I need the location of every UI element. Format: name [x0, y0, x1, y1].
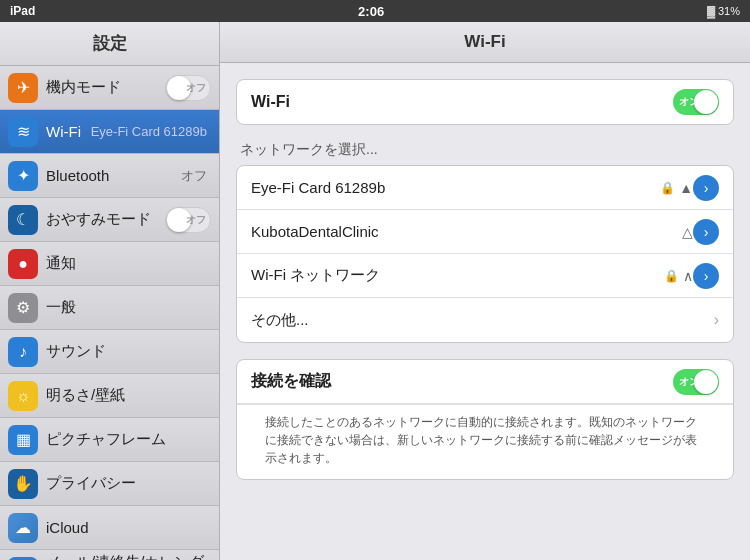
status-bar: iPad 2:06 ▓ 31% — [0, 0, 750, 22]
network-name-eyefi: Eye-Fi Card 61289b — [251, 179, 660, 196]
network-icons-wifi-network: 🔒∧ — [664, 268, 693, 284]
status-right: ▓ 31% — [707, 5, 740, 17]
donotdisturb-label: おやすみモード — [46, 210, 165, 229]
ask-join-toggle[interactable]: オン — [673, 369, 719, 395]
network-row-kubota[interactable]: KubotaDentalClinic△› — [237, 210, 733, 254]
wifi-label: Wi-Fi — [46, 123, 91, 140]
sound-icon: ♪ — [8, 337, 38, 367]
wifi-toggle-card: Wi-Fi オン — [236, 79, 734, 125]
general-label: 一般 — [46, 298, 211, 317]
status-time: 2:06 — [358, 4, 384, 19]
sidebar-item-pictureframe[interactable]: ▦ピクチャフレーム — [0, 418, 219, 462]
sidebar-item-notifications[interactable]: ●通知 — [0, 242, 219, 286]
bluetooth-icon: ✦ — [8, 161, 38, 191]
wifi-toggle[interactable]: オン — [673, 89, 719, 115]
network-row-other[interactable]: その他...› — [237, 298, 733, 342]
lock-icon: 🔒 — [660, 181, 675, 195]
sidebar-item-general[interactable]: ⚙一般 — [0, 286, 219, 330]
content-area: Wi-Fi Wi-Fi オン ネットワークを選択... Eye-Fi — [220, 22, 750, 560]
sidebar-item-bluetooth[interactable]: ✦Bluetoothオフ — [0, 154, 219, 198]
wifi-value: Eye-Fi Card 61289b — [91, 124, 207, 139]
lock-icon: 🔒 — [664, 269, 679, 283]
airplane-label: 機内モード — [46, 78, 165, 97]
privacy-icon: ✋ — [8, 469, 38, 499]
network-list: Eye-Fi Card 61289b🔒▲›KubotaDentalClinic△… — [236, 165, 734, 343]
notifications-icon: ● — [8, 249, 38, 279]
wifi-label: Wi-Fi — [251, 93, 673, 111]
network-icons-kubota: △ — [682, 224, 693, 240]
icloud-icon: ☁ — [8, 513, 38, 543]
content-body: Wi-Fi オン ネットワークを選択... Eye-Fi Card 61289b… — [220, 63, 750, 512]
privacy-label: プライバシー — [46, 474, 211, 493]
sidebar-item-wifi[interactable]: ≋Wi-FiEye-Fi Card 61289b — [0, 110, 219, 154]
wifi-icon: ≋ — [8, 117, 38, 147]
ask-join-toggle-label: オン — [679, 375, 699, 389]
wifi-signal-icon: △ — [682, 224, 693, 240]
airplane-toggle-label: オフ — [186, 81, 206, 95]
ask-join-card: 接続を確認 オン 接続したことのあるネットワークに自動的に接続されます。既知のネ… — [236, 359, 734, 480]
donotdisturb-toggle[interactable]: オフ — [165, 207, 211, 233]
brightness-label: 明るさ/壁紙 — [46, 386, 211, 405]
network-section: ネットワークを選択... Eye-Fi Card 61289b🔒▲›Kubota… — [236, 141, 734, 343]
wifi-signal-icon: ▲ — [679, 180, 693, 196]
status-device: iPad — [10, 4, 35, 18]
ask-join-row: 接続を確認 オン — [237, 360, 733, 404]
wifi-toggle-label: オン — [679, 95, 699, 109]
ask-join-section: 接続を確認 オン 接続したことのあるネットワークに自動的に接続されます。既知のネ… — [236, 359, 734, 480]
sound-label: サウンド — [46, 342, 211, 361]
sidebar: 設定 ✈機内モードオフ≋Wi-FiEye-Fi Card 61289b✦Blue… — [0, 22, 220, 560]
pictureframe-icon: ▦ — [8, 425, 38, 455]
sidebar-item-icloud[interactable]: ☁iCloud — [0, 506, 219, 550]
network-name-kubota: KubotaDentalClinic — [251, 223, 682, 240]
bluetooth-label: Bluetooth — [46, 167, 181, 184]
network-detail-wifi-network[interactable]: › — [693, 263, 719, 289]
ask-join-description-row: 接続したことのあるネットワークに自動的に接続されます。既知のネットワークに接続で… — [237, 404, 733, 479]
wifi-toggle-section: Wi-Fi オン — [236, 79, 734, 125]
airplane-toggle[interactable]: オフ — [165, 75, 211, 101]
network-section-title: ネットワークを選択... — [236, 141, 734, 159]
sidebar-title: 設定 — [0, 22, 219, 66]
wifi-toggle-row: Wi-Fi オン — [237, 80, 733, 124]
sidebar-item-airplane[interactable]: ✈機内モードオフ — [0, 66, 219, 110]
sidebar-item-mail[interactable]: ✉メール/連絡先/カレンダー — [0, 550, 219, 560]
battery-indicator: ▓ 31% — [707, 5, 740, 17]
bluetooth-value: オフ — [181, 167, 207, 185]
content-title: Wi-Fi — [220, 22, 750, 63]
mail-label: メール/連絡先/カレンダー — [46, 553, 211, 561]
sidebar-item-sound[interactable]: ♪サウンド — [0, 330, 219, 374]
sidebar-item-brightness[interactable]: ☼明るさ/壁紙 — [0, 374, 219, 418]
network-chevron-other: › — [714, 311, 719, 329]
airplane-icon: ✈ — [8, 73, 38, 103]
network-detail-eyefi[interactable]: › — [693, 175, 719, 201]
network-name-other: その他... — [251, 311, 710, 330]
network-name-wifi-network: Wi-Fi ネットワーク — [251, 266, 664, 285]
network-row-wifi-network[interactable]: Wi-Fi ネットワーク🔒∧› — [237, 254, 733, 298]
network-detail-kubota[interactable]: › — [693, 219, 719, 245]
general-icon: ⚙ — [8, 293, 38, 323]
mail-icon: ✉ — [8, 557, 38, 561]
notifications-label: 通知 — [46, 254, 211, 273]
main-container: 設定 ✈機内モードオフ≋Wi-FiEye-Fi Card 61289b✦Blue… — [0, 22, 750, 560]
donotdisturb-toggle-label: オフ — [186, 213, 206, 227]
network-row-eyefi[interactable]: Eye-Fi Card 61289b🔒▲› — [237, 166, 733, 210]
pictureframe-label: ピクチャフレーム — [46, 430, 211, 449]
ask-join-label: 接続を確認 — [251, 371, 673, 392]
network-icons-eyefi: 🔒▲ — [660, 180, 693, 196]
icloud-label: iCloud — [46, 519, 211, 536]
sidebar-item-privacy[interactable]: ✋プライバシー — [0, 462, 219, 506]
brightness-icon: ☼ — [8, 381, 38, 411]
wifi-signal-icon: ∧ — [683, 268, 693, 284]
donotdisturb-icon: ☾ — [8, 205, 38, 235]
sidebar-item-donotdisturb[interactable]: ☾おやすみモードオフ — [0, 198, 219, 242]
ask-join-description: 接続したことのあるネットワークに自動的に接続されます。既知のネットワークに接続で… — [251, 405, 719, 479]
